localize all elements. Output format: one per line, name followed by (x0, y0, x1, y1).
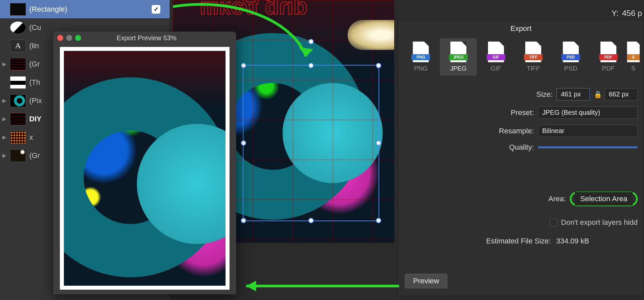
format-pdf[interactable]: PDF PDF (589, 38, 627, 75)
format-label: GIF (491, 65, 501, 72)
disclosure-triangle[interactable]: ▶ (2, 135, 7, 140)
preset-label: Preset: (511, 108, 534, 117)
layer-label: DIY (29, 115, 42, 123)
y-value: 456 p (622, 9, 642, 18)
preset-row: Preset: JPEG (Best quality) (398, 106, 638, 119)
quality-row: Quality: (398, 143, 638, 152)
close-icon[interactable] (57, 35, 63, 41)
format-label: PSD (564, 65, 577, 72)
png-icon: PNG (413, 42, 429, 62)
height-input[interactable]: 662 px (604, 88, 638, 100)
preview-viewport (60, 47, 230, 290)
export-title: Export (398, 20, 644, 36)
format-tiff[interactable]: TIFF TIFF (515, 38, 552, 75)
jpeg-icon: JPEG (450, 42, 466, 62)
lock-icon[interactable]: 🔒 (594, 90, 600, 98)
resize-handle-tl[interactable] (241, 63, 246, 68)
layer-label: (Th (29, 78, 40, 87)
disclosure-triangle[interactable]: ▶ (2, 117, 7, 121)
size-label: Size: (536, 90, 553, 99)
estimate-label: Estimated File Size: (486, 237, 551, 245)
dont-export-row: Don't export layers hidd (398, 218, 638, 227)
annotation-arrow-2 (233, 279, 406, 293)
format-gif[interactable]: GIF GIF (477, 38, 515, 75)
estimate-row: Estimated File Size: 334.09 kB (398, 237, 589, 245)
quality-slider[interactable] (538, 146, 638, 148)
resize-handle-tm[interactable] (308, 63, 314, 68)
layer-thumb (10, 113, 26, 125)
layer-label: (Cu (29, 23, 41, 32)
resize-handle-bl[interactable] (241, 218, 246, 223)
rotation-handle[interactable] (308, 39, 314, 44)
resize-handle-ml[interactable] (241, 140, 246, 146)
format-label: JPEG (450, 65, 467, 72)
layer-thumb (10, 76, 26, 89)
selection-marquee[interactable] (243, 65, 379, 221)
minimize-icon[interactable] (66, 35, 72, 41)
export-panel: Export PNG PNG JPEG JPEG GIF GIF TIFF TI… (398, 20, 644, 296)
layer-rectangle[interactable]: (Rectangle) ✓ (0, 0, 170, 18)
dont-export-checkbox[interactable] (550, 219, 557, 226)
layer-thumb (10, 3, 26, 16)
lamp-graphic (348, 20, 394, 50)
format-label: PDF (602, 65, 615, 72)
export-preview-window[interactable]: Export Preview 53% (53, 32, 236, 294)
psd-icon: PSD (563, 42, 579, 62)
annotation-highlight: Selection Area (570, 192, 638, 206)
layer-label: (Gr (29, 60, 40, 69)
layer-label: (Gr (29, 151, 40, 160)
gif-icon: GIF (488, 42, 504, 62)
tiff-icon: TIFF (525, 42, 541, 62)
format-label: S (631, 65, 636, 72)
dont-export-label: Don't export layers hidd (561, 218, 638, 227)
area-dropdown[interactable]: Selection Area (575, 192, 633, 206)
format-png[interactable]: PNG PNG (402, 38, 440, 75)
layer-thumb (10, 58, 26, 71)
preview-button[interactable]: Preview (405, 274, 447, 288)
resample-label: Resample: (499, 127, 534, 135)
resample-dropdown[interactable]: Bilinear (538, 125, 638, 137)
format-psd[interactable]: PSD PSD (552, 38, 590, 75)
disclosure-triangle[interactable]: ▶ (2, 62, 7, 67)
layer-thumb (10, 21, 26, 34)
resample-row: Resample: Bilinear (398, 125, 638, 137)
format-label: PNG (414, 65, 428, 72)
disclosure-triangle[interactable]: ▶ (2, 98, 7, 103)
maximize-icon[interactable] (75, 35, 81, 41)
layer-thumb (10, 131, 26, 144)
size-row: Size: 461 px 🔒 662 px (398, 88, 638, 100)
format-svg[interactable]: S S (627, 38, 640, 75)
export-settings: Size: 461 px 🔒 662 px Preset: JPEG (Best… (398, 78, 644, 152)
y-coordinate: Y: 456 p (612, 9, 642, 18)
resize-handle-tr[interactable] (376, 63, 381, 68)
disclosure-spacer (2, 80, 7, 85)
layer-label: x (29, 133, 33, 142)
format-label: TIFF (527, 65, 540, 72)
area-row: Area: Selection Area (398, 192, 638, 206)
layer-label: (Rectangle) (29, 5, 67, 14)
layer-label: (Pix (29, 96, 42, 105)
visibility-checkbox[interactable]: ✓ (152, 5, 160, 14)
format-selector: PNG PNG JPEG JPEG GIF GIF TIFF TIFF PSD … (398, 36, 644, 78)
y-label: Y: (612, 9, 619, 18)
quality-label: Quality: (509, 143, 534, 152)
width-input[interactable]: 461 px (557, 88, 590, 100)
resize-handle-br[interactable] (376, 218, 381, 223)
disclosure-spacer (2, 44, 7, 48)
artwork-text: шкед guр (200, 0, 307, 23)
disclosure-spacer (2, 7, 7, 12)
preview-image (64, 51, 226, 286)
resize-handle-mr[interactable] (376, 140, 381, 146)
resize-handle-bm[interactable] (308, 218, 314, 223)
disclosure-triangle[interactable]: ▶ (2, 153, 7, 158)
preview-titlebar[interactable]: Export Preview 53% (53, 32, 236, 44)
preset-dropdown[interactable]: JPEG (Best quality) (538, 106, 638, 119)
disclosure-spacer (2, 25, 7, 30)
preview-window-title: Export Preview 53% (84, 34, 209, 42)
format-jpeg[interactable]: JPEG JPEG (440, 38, 477, 75)
svg-icon: S (627, 42, 640, 62)
layer-thumb: A (10, 40, 26, 52)
estimate-value: 334.09 kB (556, 237, 589, 245)
layer-thumb (10, 149, 26, 162)
layer-label: (lin (29, 42, 39, 50)
